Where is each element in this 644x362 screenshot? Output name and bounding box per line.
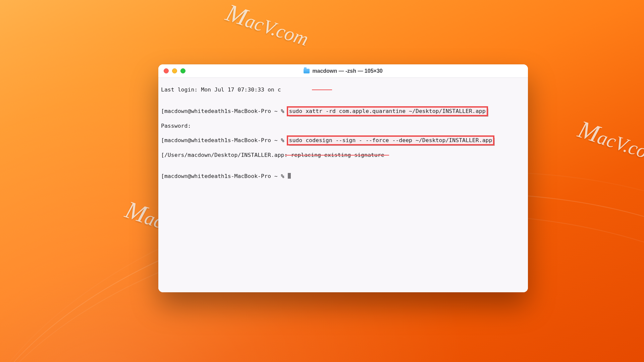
cursor-icon (288, 173, 291, 179)
terminal-line: [macdown@whitedeath1s-MacBook-Pro ~ % su… (160, 136, 526, 144)
minimize-icon[interactable] (172, 68, 177, 73)
watermark-text: MacV.com (222, 0, 313, 52)
terminal-line: Password: (160, 122, 526, 129)
terminal-prompt-line[interactable]: [macdown@whitedeath1s-MacBook-Pro ~ % (160, 173, 526, 180)
terminal-body[interactable]: Last login: Mon Jul 17 07:30:33 on c [ma… (158, 78, 528, 292)
close-icon[interactable] (164, 68, 169, 73)
desktop-wallpaper: MacV.com MacV.com MacV.com macdown — -zs… (0, 0, 644, 362)
highlighted-command-2: sudo codesign --sign - --force --deep ~/… (288, 136, 494, 144)
folder-icon (304, 69, 310, 73)
window-title: macdown — -zsh — 105×30 (312, 68, 382, 74)
titlebar[interactable]: macdown — -zsh — 105×30 (158, 64, 528, 78)
traffic-lights (164, 68, 185, 73)
terminal-line: Last login: Mon Jul 17 07:30:33 on c (160, 86, 526, 100)
terminal-line: [/Users/macdown/Desktop/INSTALLER.app: r… (160, 152, 526, 166)
highlighted-command-1: sudo xattr -rd com.apple.quarantine ~/De… (288, 107, 487, 115)
zoom-icon[interactable] (180, 68, 185, 73)
terminal-line: [macdown@whitedeath1s-MacBook-Pro ~ % su… (160, 107, 526, 115)
watermark-text: MacV.com (575, 115, 644, 169)
terminal-window[interactable]: macdown — -zsh — 105×30 Last login: Mon … (158, 64, 528, 292)
